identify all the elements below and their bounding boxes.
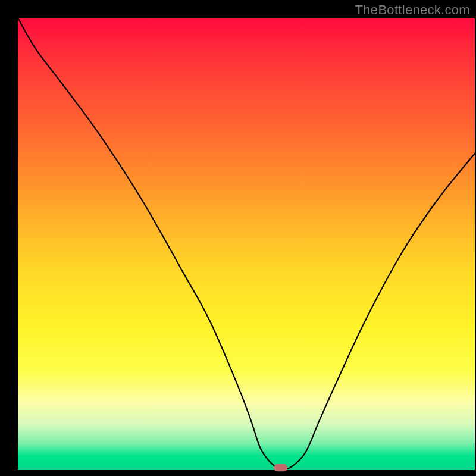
chart-area: TheBottleneck.com <box>0 0 476 476</box>
svg-rect-0 <box>274 464 287 471</box>
bottleneck-marker-icon <box>18 18 475 470</box>
watermark-text: TheBottleneck.com <box>355 2 470 18</box>
plot-gradient-area <box>18 18 475 470</box>
